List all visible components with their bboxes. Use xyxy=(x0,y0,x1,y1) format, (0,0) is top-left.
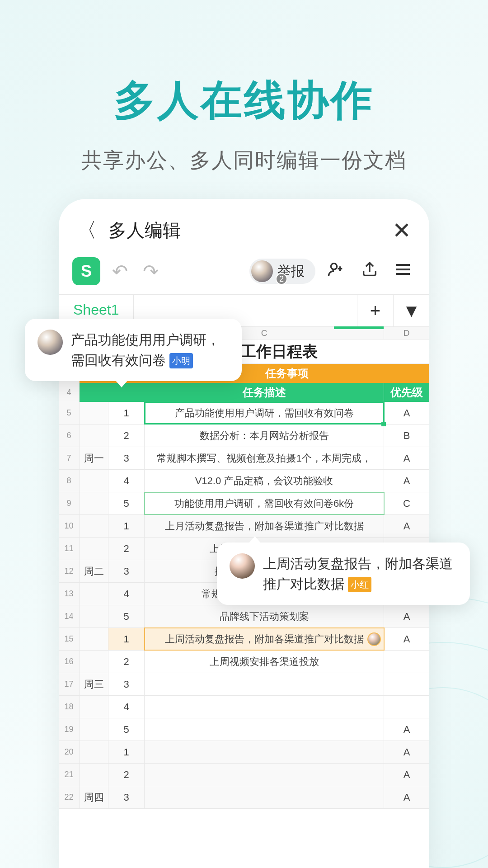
cell-day[interactable] xyxy=(80,402,108,424)
row-number[interactable]: 18 xyxy=(59,696,80,718)
collaborator-chip[interactable]: 2 举报 xyxy=(249,259,315,284)
cell-day[interactable] xyxy=(80,470,108,492)
back-icon[interactable]: 〈 xyxy=(77,217,99,244)
cell-desc[interactable]: V12.0 产品定稿，会议功能验收 xyxy=(145,470,384,492)
redo-icon[interactable]: ↷ xyxy=(139,260,162,283)
cell-day[interactable] xyxy=(80,605,108,627)
cell-index[interactable]: 4 xyxy=(108,470,145,492)
cell-desc[interactable]: 数据分析：本月网站分析报告 xyxy=(145,425,384,447)
cell-desc[interactable] xyxy=(145,764,384,786)
cell-day[interactable] xyxy=(80,628,108,650)
row-number[interactable]: 4 xyxy=(59,383,80,402)
cell-priority[interactable] xyxy=(384,673,429,695)
cell-priority[interactable]: A xyxy=(384,786,429,808)
cell-day[interactable]: 周三 xyxy=(80,673,108,695)
row-number[interactable]: 16 xyxy=(59,651,80,673)
row-number[interactable]: 12 xyxy=(59,560,80,582)
cell-index[interactable]: 1 xyxy=(108,402,145,424)
close-icon[interactable]: ✕ xyxy=(392,217,411,244)
header-priority[interactable]: 优先级 xyxy=(384,383,429,402)
cell-priority[interactable]: A xyxy=(384,402,429,424)
add-sheet-button[interactable]: + xyxy=(357,295,393,326)
cell-priority[interactable]: A xyxy=(384,470,429,492)
row-number[interactable]: 6 xyxy=(59,425,80,447)
cell-priority[interactable] xyxy=(384,696,429,718)
cell-desc[interactable] xyxy=(145,718,384,741)
cell-priority[interactable]: A xyxy=(384,764,429,786)
row-number[interactable]: 11 xyxy=(59,538,80,560)
cell-day[interactable] xyxy=(80,741,108,763)
cell-priority[interactable]: A xyxy=(384,718,429,741)
cell-index[interactable]: 2 xyxy=(108,425,145,447)
row-number[interactable]: 21 xyxy=(59,764,80,786)
row-number[interactable]: 17 xyxy=(59,673,80,695)
cell-priority[interactable] xyxy=(384,651,429,673)
cell-day[interactable]: 周一 xyxy=(80,447,108,469)
cell-index[interactable]: 5 xyxy=(108,718,145,741)
cell-day[interactable] xyxy=(80,764,108,786)
cell-priority[interactable]: C xyxy=(384,492,429,514)
row-number[interactable]: 10 xyxy=(59,515,80,537)
cell-day[interactable] xyxy=(80,538,108,560)
row-number[interactable]: 7 xyxy=(59,447,80,469)
cell-desc[interactable] xyxy=(145,786,384,808)
row-number[interactable]: 15 xyxy=(59,628,80,650)
app-badge-icon[interactable]: S xyxy=(72,257,100,285)
cell-index[interactable]: 2 xyxy=(108,764,145,786)
cell-priority[interactable]: A xyxy=(384,447,429,469)
sheet-dropdown-icon[interactable]: ▼ xyxy=(393,295,429,326)
cell-priority[interactable]: A xyxy=(384,605,429,627)
row-number[interactable]: 14 xyxy=(59,605,80,627)
cell-blank[interactable] xyxy=(80,383,108,402)
row-number[interactable]: 20 xyxy=(59,741,80,763)
cell-desc[interactable]: 品牌线下活动策划案 xyxy=(145,605,384,627)
cell-priority[interactable]: B xyxy=(384,425,429,447)
row-number[interactable]: 13 xyxy=(59,583,80,605)
cell-index[interactable]: 5 xyxy=(108,492,145,514)
cell-desc[interactable]: 上周活动复盘报告，附加各渠道推广对比数据 xyxy=(145,628,384,650)
cell-day[interactable] xyxy=(80,425,108,447)
cell-desc[interactable] xyxy=(145,673,384,695)
cell-index[interactable]: 4 xyxy=(108,696,145,718)
cell-desc[interactable]: 产品功能使用用户调研，需回收有效问卷 xyxy=(145,402,384,424)
cell-desc[interactable] xyxy=(145,741,384,763)
cell-index[interactable]: 2 xyxy=(108,651,145,673)
undo-icon[interactable]: ↶ xyxy=(108,260,131,283)
cell-index[interactable]: 3 xyxy=(108,447,145,469)
cell-day[interactable] xyxy=(80,515,108,537)
cell-desc[interactable]: 功能使用用户调研，需回收有效问卷6k份 xyxy=(145,492,384,514)
col-header-d[interactable]: D xyxy=(384,327,429,339)
cell-index[interactable]: 1 xyxy=(108,515,145,537)
cell-index[interactable]: 3 xyxy=(108,786,145,808)
cell-desc[interactable]: 上月活动复盘报告，附加各渠道推广对比数据 xyxy=(145,515,384,537)
row-number[interactable]: 5 xyxy=(59,402,80,424)
add-user-icon[interactable] xyxy=(324,260,349,283)
cell-desc[interactable] xyxy=(145,696,384,718)
cell-day[interactable]: 周四 xyxy=(80,786,108,808)
row-number[interactable]: 22 xyxy=(59,786,80,808)
cell-desc[interactable]: 上周视频安排各渠道投放 xyxy=(145,651,384,673)
cell-index[interactable]: 2 xyxy=(108,538,145,560)
cell-desc[interactable]: 常规脚本撰写、视频创意及拍摄1个，本周完成， xyxy=(145,447,384,469)
cell-priority[interactable]: A xyxy=(384,515,429,537)
menu-icon[interactable] xyxy=(390,260,416,283)
cell-index[interactable]: 3 xyxy=(108,560,145,582)
cell-index[interactable]: 4 xyxy=(108,583,145,605)
cell-priority[interactable]: A xyxy=(384,628,429,650)
row-number[interactable]: 8 xyxy=(59,470,80,492)
cell-day[interactable] xyxy=(80,583,108,605)
cell-day[interactable]: 周二 xyxy=(80,560,108,582)
cell-index[interactable]: 3 xyxy=(108,673,145,695)
cell-index[interactable]: 1 xyxy=(108,741,145,763)
cell-day[interactable] xyxy=(80,492,108,514)
share-icon[interactable] xyxy=(357,260,382,283)
cell-day[interactable] xyxy=(80,651,108,673)
cell-index[interactable]: 1 xyxy=(108,628,145,650)
header-task-desc[interactable]: 任务描述 xyxy=(145,383,384,402)
cell-day[interactable] xyxy=(80,718,108,741)
cell-index[interactable]: 5 xyxy=(108,605,145,627)
cell-day[interactable] xyxy=(80,696,108,718)
cell-priority[interactable]: A xyxy=(384,741,429,763)
row-number[interactable]: 9 xyxy=(59,492,80,514)
row-number[interactable]: 19 xyxy=(59,718,80,741)
